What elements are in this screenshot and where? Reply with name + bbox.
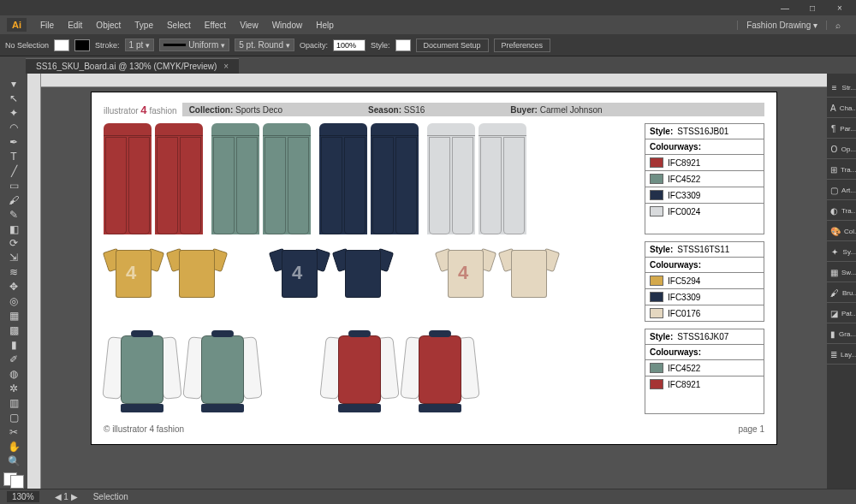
window-titlebar: — □ × <box>0 0 856 15</box>
perspective-tool[interactable]: ▦ <box>4 309 23 323</box>
workspace-switcher[interactable]: Fashion Drawing ▾ <box>737 21 826 30</box>
panel-gradient[interactable]: ▮Gra... <box>827 325 856 344</box>
panel-stroke[interactable]: ≡Str... <box>827 79 856 98</box>
selection-tool[interactable]: ▾ <box>4 77 23 91</box>
ruler-vertical <box>27 74 41 489</box>
selection-status: No Selection <box>5 41 49 50</box>
search-icon[interactable]: ⌕ <box>826 21 849 30</box>
close-tab-icon[interactable]: × <box>223 62 229 71</box>
menu-help[interactable]: Help <box>309 21 341 30</box>
pencil-tool[interactable]: ✎ <box>4 208 23 222</box>
rectangle-tool[interactable]: ▭ <box>4 179 23 193</box>
toolbox: ▾ ↖ ✦ ◠ ✒ T ╱ ▭ 🖌 ✎ ◧ ⟳ ⇲ ≋ ✥ ◎ ▦ ▩ ▮ ✐ … <box>0 74 27 489</box>
brush-def[interactable]: 5 pt. Round ▾ <box>235 39 294 51</box>
zoom-level[interactable]: 130% <box>7 491 39 502</box>
zoom-tool[interactable]: 🔍 <box>4 454 23 468</box>
header-info: Collection: Sports Deco Season: SS16 Buy… <box>182 103 764 116</box>
style-card-2: Style: STSS16TS11 Colourways: IFC5294 IF… <box>645 241 764 322</box>
tee-colourways: 4 4 4 <box>104 241 636 322</box>
artboard: illustrator 4 fashion Collection: Sports… <box>92 92 776 444</box>
width-tool[interactable]: ≋ <box>4 265 23 279</box>
graphic-style[interactable] <box>395 39 411 51</box>
menu-select[interactable]: Select <box>160 21 198 30</box>
direct-selection-tool[interactable]: ↖ <box>4 92 23 105</box>
panel-pathfinder[interactable]: ◪Pat... <box>827 305 856 323</box>
panel-transparency[interactable]: ◐Tra... <box>827 202 856 221</box>
gradient-tool[interactable]: ▮ <box>4 338 23 352</box>
panel-artboards[interactable]: ▢Art... <box>827 181 856 200</box>
menu-object[interactable]: Object <box>89 21 128 30</box>
symbol-sprayer-tool[interactable]: ✲ <box>4 382 23 395</box>
app-logo: Ai <box>7 18 27 32</box>
ruler-horizontal <box>41 74 827 87</box>
style-card-1: Style: STSS16JB01 Colourways: IFC8921 IF… <box>645 123 764 234</box>
artboard-nav[interactable]: ◀ 1 ▶ <box>55 492 78 501</box>
type-tool[interactable]: T <box>4 150 23 163</box>
control-bar: No Selection Stroke: 1 pt ▾ Uniform ▾ 5 … <box>0 34 856 56</box>
slice-tool[interactable]: ✂ <box>4 425 23 439</box>
pen-tool[interactable]: ✒ <box>4 135 23 149</box>
menu-effect[interactable]: Effect <box>198 21 233 30</box>
panel-color[interactable]: 🎨Col... <box>827 222 856 241</box>
menu-file[interactable]: File <box>33 21 61 30</box>
opacity-input[interactable] <box>333 39 366 51</box>
panel-paragraph[interactable]: ¶Par... <box>827 120 856 139</box>
hand-tool[interactable]: ✋ <box>4 440 23 454</box>
panel-swatches[interactable]: ▦Sw... <box>827 264 856 282</box>
eyedropper-tool[interactable]: ✐ <box>4 353 23 366</box>
rotate-tool[interactable]: ⟳ <box>4 236 23 250</box>
stroke-swatch[interactable] <box>74 39 90 51</box>
panel-dock: ≡Str... ACha... ¶Par... OOp... ⊞Tra... ▢… <box>827 74 856 489</box>
stroke-weight[interactable]: 1 pt ▾ <box>125 39 155 51</box>
eraser-tool[interactable]: ◧ <box>4 222 23 236</box>
canvas[interactable]: illustrator 4 fashion Collection: Sports… <box>41 87 827 489</box>
window-close[interactable]: × <box>827 2 853 15</box>
fill-swatch[interactable] <box>54 39 69 51</box>
page-footer: © illustrator 4 fashionpage 1 <box>104 421 764 434</box>
opacity-label: Opacity: <box>300 41 328 50</box>
menu-edit[interactable]: Edit <box>61 21 89 30</box>
menu-bar: Ai File Edit Object Type Select Effect V… <box>0 15 856 34</box>
paintbrush-tool[interactable]: 🖌 <box>4 193 23 207</box>
document-setup-button[interactable]: Document Setup <box>416 39 489 52</box>
style-card-3: Style: STSS16JK07 Colourways: IFC4522 IF… <box>645 329 764 414</box>
brand-logo: illustrator 4 fashion <box>104 104 177 116</box>
free-transform-tool[interactable]: ✥ <box>4 280 23 294</box>
panel-opentype[interactable]: OOp... <box>827 140 856 159</box>
stroke-label: Stroke: <box>95 41 120 50</box>
style-label: Style: <box>371 41 390 50</box>
lasso-tool[interactable]: ◠ <box>4 121 23 134</box>
panel-character[interactable]: ACha... <box>827 99 856 118</box>
mesh-tool[interactable]: ▩ <box>4 323 23 337</box>
blend-tool[interactable]: ◍ <box>4 367 23 381</box>
status-bar: 130% ◀ 1 ▶ Selection <box>0 489 856 504</box>
window-minimize[interactable]: — <box>772 2 798 15</box>
scale-tool[interactable]: ⇲ <box>4 251 23 264</box>
panel-layers[interactable]: ≣Lay... <box>827 346 856 365</box>
panel-symbols[interactable]: ✦Sy... <box>827 243 856 262</box>
menu-view[interactable]: View <box>233 21 265 30</box>
magic-wand-tool[interactable]: ✦ <box>4 106 23 120</box>
panel-brushes[interactable]: 🖌Bru... <box>827 284 856 303</box>
jacket-colourways <box>104 329 636 414</box>
fill-stroke-swap[interactable] <box>3 472 24 489</box>
menu-type[interactable]: Type <box>128 21 160 30</box>
document-tab[interactable]: SS16_SKU_Board.ai @ 130% (CMYK/Preview)× <box>26 58 239 74</box>
graph-tool[interactable]: ▥ <box>4 396 23 410</box>
line-tool[interactable]: ╱ <box>4 164 23 178</box>
status-mode: Selection <box>93 492 128 501</box>
pants-colourways <box>104 123 636 234</box>
panel-transform[interactable]: ⊞Tra... <box>827 161 856 180</box>
preferences-button[interactable]: Preferences <box>494 39 551 52</box>
menu-window[interactable]: Window <box>265 21 310 30</box>
stroke-profile[interactable]: Uniform ▾ <box>159 39 229 51</box>
document-tabs: SS16_SKU_Board.ai @ 130% (CMYK/Preview)× <box>0 56 856 74</box>
window-maximize[interactable]: □ <box>800 2 825 15</box>
artboard-tool[interactable]: ▢ <box>4 411 23 424</box>
shape-builder-tool[interactable]: ◎ <box>4 294 23 308</box>
